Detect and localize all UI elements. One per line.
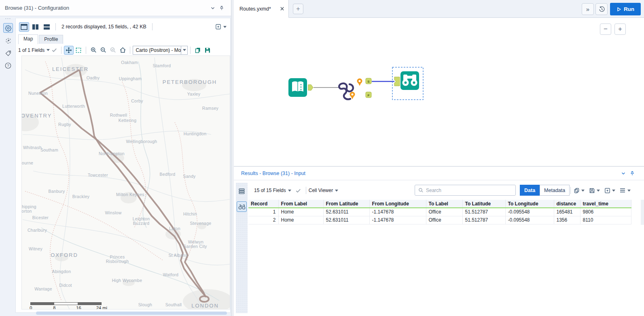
map-label: Kettering (119, 118, 137, 123)
new-tab-button[interactable]: + (293, 4, 303, 14)
success-output-anchor[interactable]: S (366, 78, 371, 84)
basemap-dropdown[interactable]: Carto (Positron) - Mos (133, 46, 188, 55)
layout-two-columns-button[interactable] (30, 22, 40, 32)
toggle-metadata[interactable]: Metadata (540, 185, 570, 196)
table-row[interactable]: 2Home52.631011-1.147678Office51.512787-0… (248, 216, 631, 224)
column-header[interactable]: To Latitude (462, 200, 505, 208)
zoom-out-tool-icon[interactable] (98, 46, 108, 55)
column-header[interactable]: To Label (426, 200, 462, 208)
results-fields-caret-icon[interactable] (288, 190, 291, 192)
configuration-panel: Browse (31) - Configuration ? (0, 0, 231, 316)
workflow-tab-label: Routes.yxmd* (239, 6, 280, 12)
apply-check-icon[interactable] (50, 46, 59, 55)
map-pin-icon (357, 79, 362, 86)
toolbar-overflow-button[interactable]: » (582, 3, 594, 15)
results-vertical-scrollbar[interactable] (641, 200, 644, 225)
route-squiggle-icon (339, 83, 353, 99)
tag-icon[interactable] (3, 48, 13, 58)
results-apply-check-icon[interactable] (294, 186, 303, 195)
version-history-button[interactable] (595, 3, 608, 15)
open-in-new-window-icon[interactable] (215, 22, 227, 32)
map-label: Lutterworth (62, 104, 85, 109)
output-anchor[interactable] (308, 85, 313, 90)
workflow-tab[interactable]: Routes.yxmd* (234, 0, 289, 18)
copy-map-icon[interactable] (193, 46, 203, 55)
toggle-data[interactable]: Data (520, 185, 540, 196)
search-input[interactable] (426, 188, 512, 193)
input-data-tool[interactable] (288, 78, 313, 97)
tab-profile[interactable]: Profile (39, 35, 63, 44)
browse-tool[interactable] (392, 67, 423, 100)
zoom-in-tool-icon[interactable] (89, 46, 98, 55)
svg-text:?: ? (7, 63, 9, 68)
pan-tool-icon[interactable] (64, 46, 74, 55)
table-cell: -1.147678 (369, 216, 426, 224)
map-label: Luton (169, 226, 180, 231)
configuration-gear-icon[interactable] (3, 23, 13, 33)
map-label: Bicester (32, 215, 49, 220)
close-tab-icon[interactable] (280, 6, 284, 11)
collapse-chevron-icon[interactable] (208, 4, 217, 13)
workspace: Routes.yxmd* + » Run − + (234, 0, 644, 316)
map-label: Wantage (34, 286, 52, 291)
results-fields-dropdown[interactable]: 15 of 15 Fields (254, 188, 286, 193)
results-pin-icon[interactable] (628, 169, 637, 178)
map-toolbar: 1 of 1 Fields (18, 45, 228, 55)
map-label: Buzzard (133, 221, 150, 226)
input-anchor[interactable] (394, 77, 400, 86)
fields-dropdown[interactable]: 1 of 1 Fields (18, 47, 44, 53)
cell-viewer-caret-icon[interactable] (335, 190, 338, 192)
table-cell: 1356 (554, 216, 580, 224)
column-header[interactable]: From Label (278, 200, 323, 208)
map-view[interactable]: LEICESTERPETERBOROUGHOVENTRYOXFORDLONDON… (21, 56, 230, 310)
map-label: Garden City (183, 244, 207, 249)
route-tool[interactable]: S F (339, 78, 371, 99)
save-map-icon[interactable] (203, 46, 212, 55)
table-cell: -1.147678 (369, 208, 426, 216)
cell-viewer-dropdown[interactable]: Cell Viewer (309, 188, 333, 193)
table-cell: 165481 (554, 208, 580, 216)
basemap-value: Carto (Positron) - Mos (133, 47, 181, 53)
results-collapse-chevron-icon[interactable] (619, 169, 628, 178)
copy-results-button[interactable] (572, 186, 586, 195)
column-header[interactable]: From Longitude (369, 200, 426, 208)
home-extent-icon[interactable] (118, 46, 127, 55)
table-cell: -0.095548 (505, 216, 554, 224)
fail-output-anchor[interactable]: F (366, 92, 371, 98)
pin-icon[interactable] (217, 4, 226, 13)
panel-title: Browse (31) - Configuration (5, 5, 208, 11)
column-header[interactable]: travel_time (580, 200, 631, 208)
results-search-box[interactable] (415, 185, 516, 196)
save-results-button[interactable] (587, 186, 601, 195)
run-button[interactable]: Run (610, 3, 641, 15)
map-label: Ramsey (202, 106, 218, 111)
map-label: Watford (163, 272, 178, 277)
messages-log-icon[interactable] (237, 186, 247, 196)
map-label: ourne (22, 160, 33, 165)
column-header[interactable]: Record (248, 200, 278, 208)
column-header[interactable]: distance (554, 200, 580, 208)
help-icon[interactable]: ? (3, 61, 13, 70)
tab-map[interactable]: Map (18, 34, 38, 44)
map-label: Abingdon (52, 269, 71, 274)
new-window-results-button[interactable] (603, 186, 616, 195)
fields-dropdown-caret-icon[interactable] (47, 49, 50, 51)
basemap-caret-icon[interactable] (181, 46, 187, 54)
layout-single-pane-button[interactable] (19, 22, 29, 32)
browse-anchor-binoculars-icon[interactable] (237, 201, 247, 212)
table-row[interactable]: 1Home52.631011-1.147678Office51.512787-0… (248, 208, 631, 216)
drag-handle-dots[interactable] (5, 18, 11, 19)
column-header[interactable]: To Longitude (505, 200, 554, 208)
workflow-icon[interactable] (3, 36, 13, 45)
workflow-canvas[interactable]: − + (234, 18, 644, 166)
svg-text:F: F (368, 94, 370, 97)
select-tool-icon[interactable] (74, 46, 83, 55)
map-label: Rugby (58, 122, 71, 127)
results-menu-button[interactable] (618, 186, 632, 195)
canvas-zoom-in-button[interactable]: + (614, 23, 626, 35)
layout-two-rows-button[interactable] (42, 22, 52, 32)
horizontal-scrollbar[interactable] (36, 312, 227, 315)
canvas-zoom-out-button[interactable]: − (600, 23, 611, 35)
table-cell: -0.095548 (505, 208, 554, 216)
column-header[interactable]: From Latitude (323, 200, 369, 208)
